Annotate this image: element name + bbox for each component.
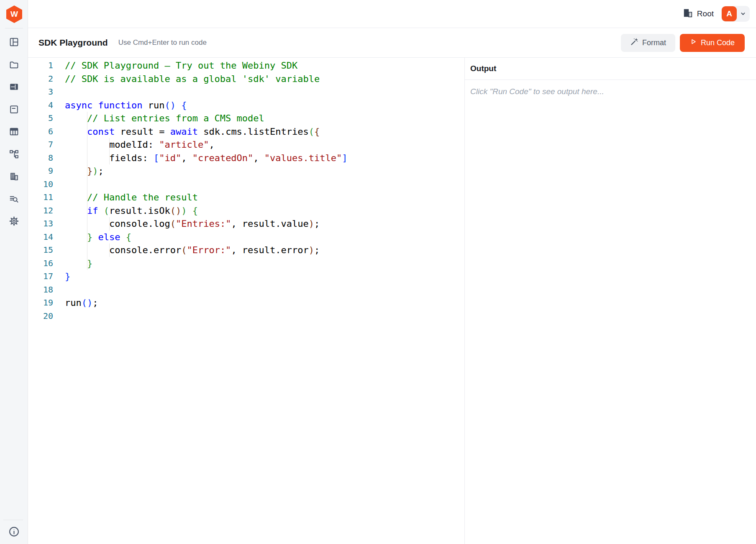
page-builder-icon — [9, 86, 19, 93]
code-line-text: console.log("Entries:", result.value); — [56, 217, 320, 231]
format-button[interactable]: Format — [621, 34, 675, 52]
page-header: SDK Playground Use Cmd+Enter to run code… — [28, 28, 756, 58]
code-line[interactable]: 11 // Handle the result — [28, 191, 464, 204]
code-line-text: console.error("Error:", result.error); — [56, 244, 320, 257]
code-line-text — [56, 178, 65, 191]
code-line-text: modelId: "article", — [56, 138, 215, 151]
code-line[interactable]: 17} — [28, 270, 464, 283]
avatar: A — [722, 6, 737, 21]
code-editor[interactable]: 1// SDK Playground – Try out the Webiny … — [28, 58, 464, 544]
code-line[interactable]: 18 — [28, 283, 464, 297]
line-number: 7 — [28, 138, 56, 151]
code-line[interactable]: 7 modelId: "article", — [28, 138, 464, 151]
code-line-text — [56, 310, 65, 323]
code-line-text: run(); — [56, 296, 98, 310]
code-line-text — [56, 85, 65, 99]
code-line[interactable]: 5 // List entries from a CMS model — [28, 112, 464, 125]
play-icon — [690, 38, 697, 47]
sidebar-item-audit-search[interactable] — [9, 194, 19, 204]
sidebar-item-info[interactable] — [8, 526, 20, 538]
line-number: 13 — [28, 217, 56, 231]
table-icon — [9, 131, 19, 138]
run-hint: Use Cmd+Enter to run code — [118, 38, 207, 47]
output-placeholder: Click "Run Code" to see output here... — [470, 87, 604, 96]
run-code-button[interactable]: Run Code — [680, 34, 745, 52]
line-number: 10 — [28, 178, 56, 191]
sidebar-item-form[interactable] — [9, 104, 19, 115]
code-line-text: fields: ["id", "createdOn", "values.titl… — [56, 151, 348, 165]
sidebar-item-folder[interactable] — [9, 59, 19, 70]
format-button-label: Format — [642, 38, 666, 47]
code-line[interactable]: 3 — [28, 85, 464, 99]
code-line-text: // Handle the result — [56, 191, 198, 204]
code-line[interactable]: 9 }); — [28, 164, 464, 178]
page-title: SDK Playground — [38, 38, 108, 48]
line-number: 8 — [28, 151, 56, 165]
sidebar-divider-bottom — [3, 520, 23, 520]
indent-guide — [109, 138, 110, 164]
line-number: 11 — [28, 191, 56, 204]
line-number: 14 — [28, 231, 56, 244]
line-number: 12 — [28, 204, 56, 218]
line-number: 1 — [28, 59, 56, 72]
code-line-text: if (result.isOk()) { — [56, 204, 198, 218]
chevron-down-icon — [737, 10, 749, 18]
code-line[interactable]: 14 } else { — [28, 231, 464, 244]
code-line[interactable]: 15 console.error("Error:", result.error)… — [28, 244, 464, 257]
indent-guide — [109, 217, 110, 231]
indent-guide — [109, 244, 110, 257]
webiny-logo[interactable]: W — [6, 5, 22, 23]
code-line[interactable]: 13 console.log("Entries:", result.value)… — [28, 217, 464, 231]
code-line[interactable]: 10 — [28, 178, 464, 191]
sidebar-item-settings[interactable] — [9, 216, 19, 226]
code-line[interactable]: 19run(); — [28, 296, 464, 310]
code-line-text: async function run() { — [56, 99, 187, 112]
code-line-text: const result = await sdk.cms.listEntries… — [56, 125, 320, 139]
code-line-text: }); — [56, 164, 104, 178]
line-number: 3 — [28, 85, 56, 99]
code-line[interactable]: 4async function run() { — [28, 99, 464, 112]
line-number: 18 — [28, 283, 56, 297]
code-line[interactable]: 16 } — [28, 257, 464, 270]
line-number: 19 — [28, 296, 56, 310]
line-number: 15 — [28, 244, 56, 257]
top-bar: Root A — [28, 0, 756, 28]
code-line-text — [56, 283, 65, 297]
line-number: 2 — [28, 72, 56, 86]
line-number: 9 — [28, 164, 56, 178]
code-line[interactable]: 12 if (result.isOk()) { — [28, 204, 464, 218]
code-line-text: // SDK Playground – Try out the Webiny S… — [56, 59, 297, 72]
line-number: 17 — [28, 270, 56, 283]
indent-guide — [87, 112, 87, 270]
code-line[interactable]: 6 const result = await sdk.cms.listEntri… — [28, 125, 464, 139]
code-line[interactable]: 2// SDK is available as a global 'sdk' v… — [28, 72, 464, 86]
code-line[interactable]: 8 fields: ["id", "createdOn", "values.ti… — [28, 151, 464, 165]
folder-icon — [9, 64, 19, 71]
line-number: 4 — [28, 99, 56, 112]
sidebar-item-page-builder[interactable] — [9, 82, 19, 92]
sidebar-item-tenant-building[interactable] — [9, 171, 19, 182]
tenant-building-icon — [682, 8, 693, 20]
sidebar-item-workflow[interactable] — [9, 149, 19, 159]
output-title: Output — [470, 64, 496, 73]
code-line-text: } else { — [56, 231, 131, 244]
line-number: 20 — [28, 310, 56, 323]
code-lines: 1// SDK Playground – Try out the Webiny … — [28, 59, 464, 323]
run-code-button-label: Run Code — [701, 38, 735, 47]
sidebar-item-dashboard-layout[interactable] — [9, 37, 19, 47]
magic-wand-icon — [630, 38, 638, 48]
sidebar: W — [0, 0, 28, 544]
line-number: 16 — [28, 257, 56, 270]
code-line[interactable]: 1// SDK Playground – Try out the Webiny … — [28, 59, 464, 72]
sidebar-divider-top — [5, 28, 23, 28]
tenant-selector[interactable]: Root — [682, 8, 714, 20]
account-menu[interactable]: A — [721, 6, 750, 22]
code-line[interactable]: 20 — [28, 310, 464, 323]
output-header: Output — [465, 58, 756, 80]
form-icon — [9, 109, 19, 116]
dashboard-layout-icon — [9, 41, 19, 49]
sidebar-item-table[interactable] — [9, 126, 19, 137]
tenant-label: Root — [697, 9, 714, 18]
line-number: 5 — [28, 112, 56, 125]
workflow-icon — [9, 154, 19, 161]
